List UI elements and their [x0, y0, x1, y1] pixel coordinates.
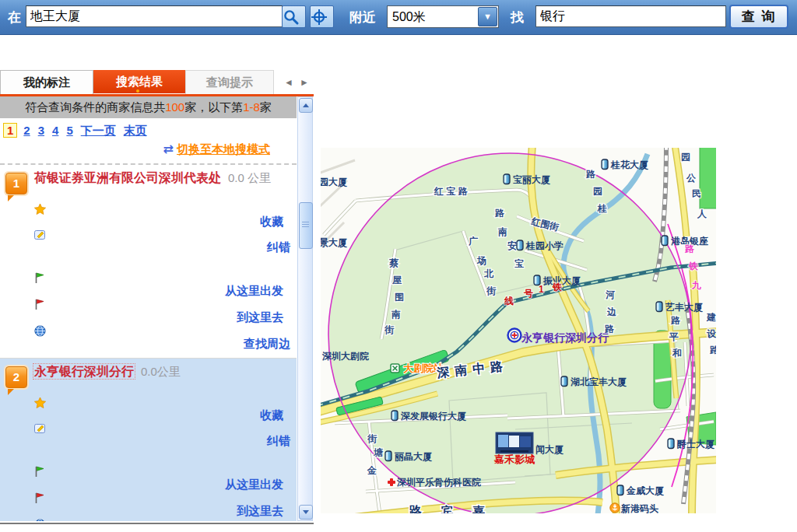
favorite-link[interactable]: 收藏	[34, 204, 290, 228]
green-flag-icon	[34, 466, 45, 478]
building-icon	[617, 485, 623, 495]
search-toolbar: 在 附近 500米 ▼ 找 查 询	[0, 0, 797, 35]
report-error-link[interactable]: 纠错	[34, 229, 290, 254]
app-window: 在 附近 500米 ▼ 找 查 询 我的标注 搜索结果 查询提示 ◄ ►	[0, 0, 797, 532]
building-icon	[504, 174, 510, 184]
page-link[interactable]: 3	[38, 124, 44, 137]
summary-text: 家	[260, 100, 272, 114]
summary-text: 符合查询条件的商家信息共	[25, 100, 165, 114]
map-label: 号	[523, 288, 533, 299]
action-row-2: 从这里出发 到这里去 查找周边	[34, 453, 290, 521]
scroll-up-button[interactable]	[299, 98, 313, 113]
report-error-label: 纠错	[267, 240, 290, 254]
map-label: 北	[483, 268, 494, 279]
page-link[interactable]: 4	[52, 124, 58, 137]
map-label: 九	[691, 280, 701, 291]
map-label: 设	[706, 328, 716, 339]
query-button[interactable]: 查 询	[729, 5, 788, 29]
route-from-here-link[interactable]: 从这里出发	[34, 466, 290, 491]
map-label: 民	[692, 188, 701, 199]
tab-scroll-right-icon[interactable]: ►	[300, 77, 309, 88]
results-scrollbar[interactable]	[297, 96, 313, 521]
map-label: 嘉禾影城	[493, 453, 535, 465]
building-icon	[391, 411, 398, 421]
search-nearby-link[interactable]: 查找周边	[34, 325, 290, 350]
map-label: 河	[606, 289, 615, 300]
results-list: 1 荷银证券亚洲有限公司深圳代表处0.0 公里 收藏 纠错 从这里出发 到这里去…	[0, 165, 297, 521]
map-label: 塘	[373, 447, 384, 458]
tab-scroll-left-icon[interactable]: ◄	[284, 77, 293, 88]
results-viewport: 符合查询条件的商家信息共100家，以下第1-8家 12345下一页末页 ⇄切换至…	[0, 96, 297, 521]
map-label: 深圳平乐骨伤科医院	[396, 477, 481, 488]
search-nearby-link[interactable]: 查找周边	[34, 519, 290, 521]
route-to-here-link[interactable]: 到这里去	[34, 299, 290, 324]
search-button[interactable]	[282, 5, 306, 28]
radius-value: 500米	[392, 9, 426, 26]
map-label: 场	[476, 255, 486, 266]
tab-query-tips[interactable]: 查询提示	[185, 70, 274, 94]
keyword-input[interactable]	[535, 5, 726, 27]
page-links: 2345	[23, 124, 80, 137]
at-label: 在	[8, 9, 21, 26]
map-label: 人	[697, 208, 707, 219]
map-label: 园	[593, 186, 602, 197]
map-label: 丽晶大厦	[394, 451, 432, 462]
map-label: 荔园大厦	[321, 177, 347, 187]
scroll-down-button[interactable]	[299, 505, 313, 520]
map-label: 红 宝 路	[434, 186, 469, 197]
summary-text: 家，以下第	[184, 100, 243, 114]
map-label: 闻大厦	[535, 444, 564, 455]
selected-poi-marker[interactable]	[508, 329, 521, 342]
building-icon	[385, 451, 391, 461]
favorite-link[interactable]: 收藏	[34, 397, 290, 422]
map-label: 街	[384, 324, 395, 335]
map-canvas[interactable]: 荔园大厦红 宝 路宝丽大厦路南安宝红围街桂园小学桂花大厦路园桂园公民人港岛银座路…	[321, 148, 716, 513]
result-item: 2 永亨银行深圳分行0.0公里 收藏 纠错 从这里出发 到这里去 查找周边	[0, 359, 297, 521]
summary-range: 1-8	[243, 100, 260, 114]
result-title-link[interactable]: 荷银证券亚洲有限公司深圳代表处	[34, 171, 221, 184]
scrollbar-thumb[interactable]	[299, 202, 313, 249]
page-link[interactable]: 2	[23, 124, 30, 137]
result-rank-badge: 2	[5, 366, 27, 388]
chevron-down-icon[interactable]: ▼	[478, 7, 497, 26]
find-label: 找	[511, 9, 524, 26]
building-icon	[668, 439, 674, 449]
search-nearby-label: 查找周边	[244, 337, 290, 350]
building-icon	[662, 236, 668, 246]
results-summary: 符合查询条件的商家信息共100家，以下第1-8家	[0, 96, 297, 118]
summary-count: 100	[165, 100, 184, 114]
route-from-here-link[interactable]: 从这里出发	[34, 272, 290, 297]
star-icon	[34, 204, 46, 215]
chevron-up-icon	[303, 103, 309, 107]
star-icon	[34, 397, 46, 408]
map-label: 屋	[391, 275, 402, 285]
building-icon	[517, 240, 523, 250]
result-title-link[interactable]: 永亨银行深圳分行	[34, 365, 134, 378]
tab-my-annotations[interactable]: 我的标注	[0, 70, 93, 94]
last-page-link[interactable]: 末页	[124, 124, 147, 137]
next-page-link[interactable]: 下一页	[81, 124, 116, 137]
action-row-2: 从这里出发 到这里去 查找周边	[34, 259, 290, 352]
map-label: 新港码头	[620, 503, 658, 513]
radius-select[interactable]: 500米 ▼	[387, 5, 499, 28]
building-icon	[602, 159, 608, 170]
map-label: 广	[468, 236, 478, 247]
map-label: 铁	[552, 282, 562, 292]
green-flag-icon	[34, 272, 45, 284]
map-label: 路	[494, 208, 505, 219]
route-to-here-link[interactable]: 到这里去	[34, 492, 290, 517]
building-icon	[656, 302, 662, 312]
location-input[interactable]	[26, 5, 283, 27]
report-error-link[interactable]: 纠错	[34, 423, 290, 447]
map-label: 街	[486, 285, 497, 296]
map-label: 平	[669, 331, 679, 342]
map-label: 建	[706, 312, 716, 323]
locate-button[interactable]	[310, 5, 334, 28]
route-to-label: 到这里去	[237, 310, 283, 324]
map-label: 公	[686, 173, 697, 184]
switch-local-mode-link[interactable]: 切换至本地搜模式	[177, 142, 270, 156]
map-label: 湖北宝丰大厦	[571, 376, 627, 387]
map-label: 桂园小学	[525, 240, 564, 251]
page-link[interactable]: 5	[66, 124, 72, 137]
tab-search-results[interactable]: 搜索结果	[93, 70, 185, 93]
